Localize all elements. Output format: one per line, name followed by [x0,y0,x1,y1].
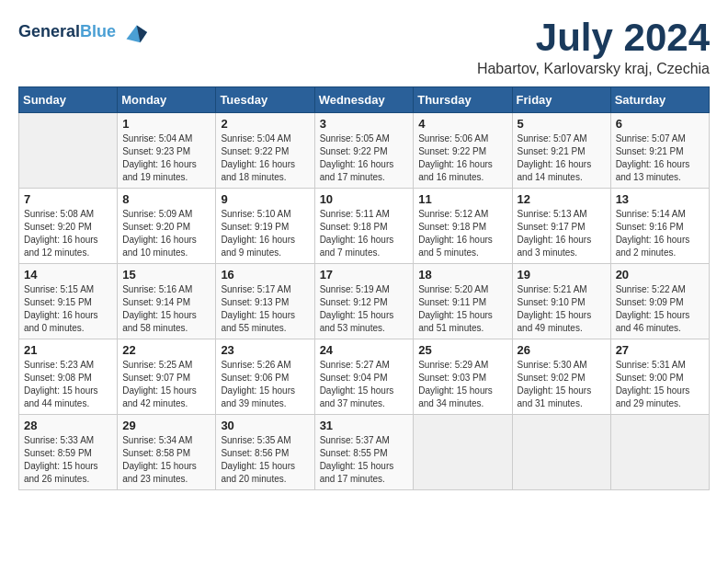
calendar-cell: 22Sunrise: 5:25 AM Sunset: 9:07 PM Dayli… [118,339,216,415]
calendar-cell: 21Sunrise: 5:23 AM Sunset: 9:08 PM Dayli… [19,339,118,415]
day-info: Sunrise: 5:07 AM Sunset: 9:21 PM Dayligh… [518,132,606,184]
day-info: Sunrise: 5:33 AM Sunset: 8:59 PM Dayligh… [24,434,112,486]
calendar-cell: 13Sunrise: 5:14 AM Sunset: 9:16 PM Dayli… [610,189,709,264]
calendar-cell: 16Sunrise: 5:17 AM Sunset: 9:13 PM Dayli… [216,264,314,339]
day-number: 14 [24,268,112,282]
day-info: Sunrise: 5:20 AM Sunset: 9:11 PM Dayligh… [418,283,506,335]
calendar-cell: 14Sunrise: 5:15 AM Sunset: 9:15 PM Dayli… [19,264,118,339]
calendar-cell: 11Sunrise: 5:12 AM Sunset: 9:18 PM Dayli… [414,189,512,264]
day-number: 24 [320,343,409,357]
calendar-cell: 6Sunrise: 5:07 AM Sunset: 9:21 PM Daylig… [610,113,709,189]
day-number: 6 [616,117,704,131]
calendar-week-row: 28Sunrise: 5:33 AM Sunset: 8:59 PM Dayli… [19,415,710,490]
calendar-cell: 15Sunrise: 5:16 AM Sunset: 9:14 PM Dayli… [118,264,216,339]
weekday-header-cell: Thursday [414,87,512,113]
day-number: 10 [320,192,409,206]
day-info: Sunrise: 5:08 AM Sunset: 9:20 PM Dayligh… [24,208,112,259]
day-number: 25 [418,343,506,357]
weekday-header-cell: Saturday [610,87,709,113]
calendar-cell: 28Sunrise: 5:33 AM Sunset: 8:59 PM Dayli… [19,415,118,490]
day-number: 30 [221,419,309,432]
day-number: 16 [221,268,309,282]
day-number: 15 [122,268,210,282]
weekday-header-cell: Wednesday [314,87,414,113]
month-title: July 2024 [477,18,710,57]
day-number: 23 [221,343,309,357]
day-info: Sunrise: 5:21 AM Sunset: 9:10 PM Dayligh… [518,283,606,335]
day-number: 4 [418,117,506,131]
calendar-cell [610,415,709,490]
weekday-header-cell: Monday [118,87,216,113]
weekday-header-row: SundayMondayTuesdayWednesdayThursdayFrid… [19,87,710,113]
day-number: 7 [24,192,112,206]
day-number: 18 [418,268,506,282]
day-info: Sunrise: 5:05 AM Sunset: 9:22 PM Dayligh… [320,132,409,184]
weekday-header-cell: Friday [512,87,610,113]
weekday-header-cell: Sunday [19,87,118,113]
calendar-cell: 2Sunrise: 5:04 AM Sunset: 9:22 PM Daylig… [216,113,314,189]
calendar-cell [512,415,610,490]
day-info: Sunrise: 5:12 AM Sunset: 9:18 PM Dayligh… [418,208,506,259]
calendar-cell: 17Sunrise: 5:19 AM Sunset: 9:12 PM Dayli… [314,264,414,339]
day-number: 2 [221,117,309,131]
day-number: 28 [24,419,112,432]
day-number: 31 [320,419,409,432]
day-number: 13 [616,192,704,206]
calendar-cell [414,415,512,490]
calendar-cell: 12Sunrise: 5:13 AM Sunset: 9:17 PM Dayli… [512,189,610,264]
day-info: Sunrise: 5:14 AM Sunset: 9:16 PM Dayligh… [616,208,704,259]
day-info: Sunrise: 5:17 AM Sunset: 9:13 PM Dayligh… [221,283,309,335]
calendar-cell: 31Sunrise: 5:37 AM Sunset: 8:55 PM Dayli… [314,415,414,490]
day-number: 21 [24,343,112,357]
day-number: 20 [616,268,704,282]
day-info: Sunrise: 5:04 AM Sunset: 9:22 PM Dayligh… [221,132,309,184]
calendar-cell: 9Sunrise: 5:10 AM Sunset: 9:19 PM Daylig… [216,189,314,264]
day-info: Sunrise: 5:06 AM Sunset: 9:22 PM Dayligh… [418,132,506,184]
logo: GeneralBlue [18,18,147,46]
logo-icon [119,18,147,46]
day-info: Sunrise: 5:37 AM Sunset: 8:55 PM Dayligh… [320,434,409,486]
day-info: Sunrise: 5:11 AM Sunset: 9:18 PM Dayligh… [320,208,409,259]
calendar-week-row: 14Sunrise: 5:15 AM Sunset: 9:15 PM Dayli… [19,264,710,339]
calendar-table: SundayMondayTuesdayWednesdayThursdayFrid… [18,86,710,490]
calendar-cell: 10Sunrise: 5:11 AM Sunset: 9:18 PM Dayli… [314,189,414,264]
day-number: 5 [518,117,606,131]
calendar-week-row: 21Sunrise: 5:23 AM Sunset: 9:08 PM Dayli… [19,339,710,415]
day-number: 29 [122,419,210,432]
day-number: 17 [320,268,409,282]
day-info: Sunrise: 5:29 AM Sunset: 9:03 PM Dayligh… [418,359,506,410]
page-header: GeneralBlue July 2024 Habartov, Karlovar… [18,18,710,77]
calendar-cell: 8Sunrise: 5:09 AM Sunset: 9:20 PM Daylig… [118,189,216,264]
calendar-week-row: 1Sunrise: 5:04 AM Sunset: 9:23 PM Daylig… [19,113,710,189]
calendar-cell: 19Sunrise: 5:21 AM Sunset: 9:10 PM Dayli… [512,264,610,339]
calendar-cell: 5Sunrise: 5:07 AM Sunset: 9:21 PM Daylig… [512,113,610,189]
calendar-cell: 4Sunrise: 5:06 AM Sunset: 9:22 PM Daylig… [414,113,512,189]
day-number: 3 [320,117,409,131]
day-info: Sunrise: 5:15 AM Sunset: 9:15 PM Dayligh… [24,283,112,335]
day-number: 11 [418,192,506,206]
day-number: 27 [616,343,704,357]
day-number: 8 [122,192,210,206]
day-number: 1 [122,117,210,131]
calendar-cell: 7Sunrise: 5:08 AM Sunset: 9:20 PM Daylig… [19,189,118,264]
day-info: Sunrise: 5:23 AM Sunset: 9:08 PM Dayligh… [24,359,112,410]
logo-text: GeneralBlue [18,22,116,42]
day-info: Sunrise: 5:09 AM Sunset: 9:20 PM Dayligh… [122,208,210,259]
day-number: 22 [122,343,210,357]
day-info: Sunrise: 5:16 AM Sunset: 9:14 PM Dayligh… [122,283,210,335]
weekday-header-cell: Tuesday [216,87,314,113]
day-info: Sunrise: 5:07 AM Sunset: 9:21 PM Dayligh… [616,132,704,184]
day-info: Sunrise: 5:35 AM Sunset: 8:56 PM Dayligh… [221,434,309,486]
calendar-cell: 1Sunrise: 5:04 AM Sunset: 9:23 PM Daylig… [118,113,216,189]
title-block: July 2024 Habartov, Karlovarsky kraj, Cz… [477,18,710,77]
day-number: 9 [221,192,309,206]
calendar-cell: 29Sunrise: 5:34 AM Sunset: 8:58 PM Dayli… [118,415,216,490]
day-number: 19 [518,268,606,282]
calendar-body: 1Sunrise: 5:04 AM Sunset: 9:23 PM Daylig… [19,113,710,490]
calendar-cell: 30Sunrise: 5:35 AM Sunset: 8:56 PM Dayli… [216,415,314,490]
day-info: Sunrise: 5:10 AM Sunset: 9:19 PM Dayligh… [221,208,309,259]
day-number: 12 [518,192,606,206]
day-info: Sunrise: 5:04 AM Sunset: 9:23 PM Dayligh… [122,132,210,184]
day-info: Sunrise: 5:31 AM Sunset: 9:00 PM Dayligh… [616,359,704,410]
calendar-cell: 24Sunrise: 5:27 AM Sunset: 9:04 PM Dayli… [314,339,414,415]
